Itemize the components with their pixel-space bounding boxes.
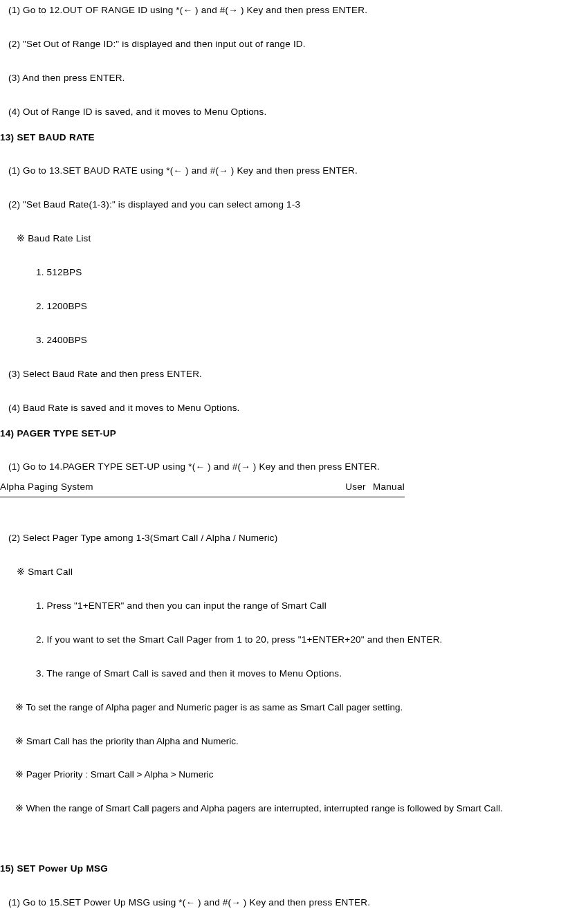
step: (2) "Set Baud Rate(1-3):" is displayed a… [8,199,588,212]
note: ※ To set the range of Alpha pager and Nu… [15,701,588,715]
note: ※ When the range of Smart Call pagers an… [15,802,588,816]
section-heading-baud-rate: 13) SET BAUD RATE [0,131,588,145]
step: (4) Baud Rate is saved and it moves to M… [8,402,588,415]
footer-right: User Manual [345,481,405,494]
step: (1) Go to 13.SET BAUD RATE using *(← ) a… [8,165,588,178]
step: (3) And then press ENTER. [8,72,588,85]
list-item: 3. The range of Smart Call is saved and … [36,668,588,681]
list-item: 2. 1200BPS [36,300,588,313]
footer-left: Alpha Paging System [0,481,93,494]
note: ※ Pager Priority : Smart Call > Alpha > … [15,769,588,782]
step: (1) Go to 14.PAGER TYPE SET-UP using *(←… [8,461,588,474]
section-heading-power-up-msg: 15) SET Power Up MSG [0,863,588,876]
step: (1) Go to 15.SET Power Up MSG using *(← … [8,896,588,910]
list-item: 1. Press "1+ENTER" and then you can inpu… [36,600,588,613]
section-heading-pager-type: 14) PAGER TYPE SET-UP [0,427,588,441]
document-body: (1) Go to 12.OUT OF RANGE ID using *(← )… [0,4,588,920]
list-item: 2. If you want to set the Smart Call Pag… [36,634,588,647]
step: (3) Select Baud Rate and then press ENTE… [8,368,588,381]
note-label: ※ Baud Rate List [17,232,588,246]
list-item: 1. 512BPS [36,266,588,279]
note: ※ Smart Call has the priority than Alpha… [15,735,588,748]
step: (4) Out of Range ID is saved, and it mov… [8,106,588,119]
step: (1) Go to 12.OUT OF RANGE ID using *(← )… [8,4,588,17]
page-footer: Alpha Paging System User Manual [0,481,405,497]
note-label: ※ Smart Call [17,566,588,579]
list-item: 3. 2400BPS [36,334,588,347]
step: (2) "Set Out of Range ID:" is displayed … [8,38,588,51]
step: (2) Select Pager Type among 1-3(Smart Ca… [8,532,588,545]
